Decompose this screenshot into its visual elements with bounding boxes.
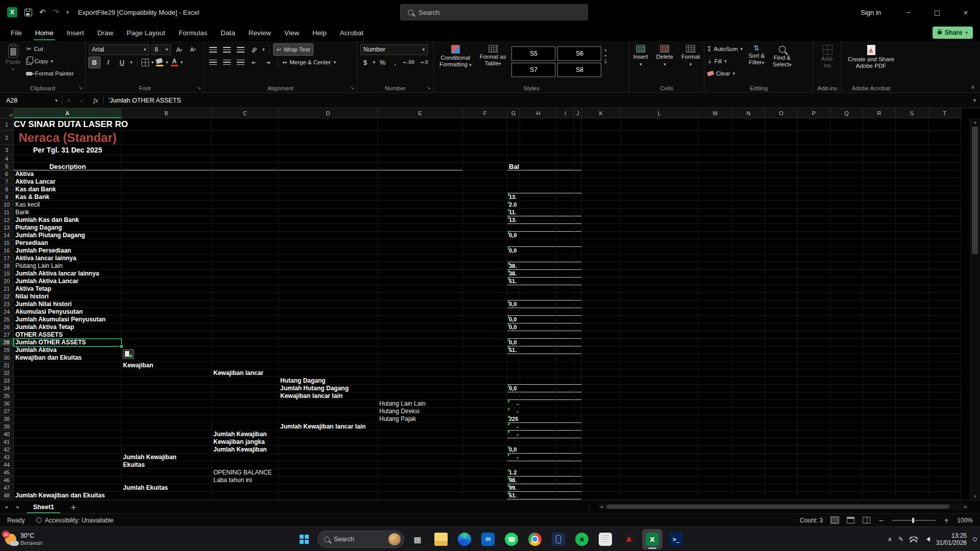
cancel-icon[interactable]: × <box>62 97 76 104</box>
align-right-icon[interactable] <box>235 57 246 68</box>
column-header-S[interactable]: S <box>896 108 928 118</box>
column-header-G[interactable]: G <box>507 108 520 118</box>
column-header-A[interactable]: A <box>14 108 121 118</box>
cell-A11[interactable]: Bank <box>14 209 29 216</box>
column-header-O[interactable]: O <box>765 108 798 118</box>
maximize-button[interactable]: □ <box>923 0 951 24</box>
cell-value-18[interactable]: 38. <box>509 262 517 270</box>
cell-value-14[interactable]: 0,0 <box>509 232 517 239</box>
cell-value-16[interactable]: 0,0 <box>509 247 517 255</box>
row-header-28[interactable]: 28 <box>0 339 14 346</box>
spotify-icon[interactable]: ≋ <box>572 529 592 549</box>
row-header-44[interactable]: 44 <box>0 461 14 469</box>
cell-A15[interactable]: Persediaan <box>14 239 48 247</box>
row-header-26[interactable]: 26 <box>0 323 14 331</box>
file-explorer-icon[interactable] <box>431 529 451 549</box>
format-cells-button[interactable]: Format▾ <box>679 43 702 69</box>
column-header-B[interactable]: B <box>121 108 212 118</box>
cell-A1[interactable]: CV SINAR DUTA LASER RO <box>14 118 121 131</box>
paste-button[interactable]: Paste ▾ <box>3 43 23 79</box>
cell-A13[interactable]: Piutang Dagang <box>14 224 62 232</box>
sign-in-button[interactable]: Sign in <box>861 9 881 16</box>
column-header-L[interactable]: L <box>621 108 698 118</box>
create-share-pdf-button[interactable]: Create and ShareAdobe PDF <box>845 43 897 71</box>
clear-button[interactable]: Clear▾ <box>707 68 743 79</box>
row-header-45[interactable]: 45 <box>0 469 14 477</box>
cell-A14[interactable]: Jumlah Piutang Dagang <box>14 232 85 239</box>
row-header-12[interactable]: 12 <box>0 216 14 224</box>
row-header-13[interactable]: 13 <box>0 224 14 232</box>
cell-A18[interactable]: Piutang Lain Lain <box>14 262 63 270</box>
font-color-button[interactable]: A <box>171 59 178 66</box>
cell-style-s6[interactable]: S6 <box>557 46 601 61</box>
row-header-40[interactable]: 40 <box>0 431 14 438</box>
align-center-icon[interactable] <box>221 57 232 68</box>
column-header-Q[interactable]: Q <box>830 108 863 118</box>
autosum-button[interactable]: ΣAutoSum▾ <box>707 43 743 55</box>
cell-A20[interactable]: Jumlah Aktiva Lancar <box>14 278 79 285</box>
row-header-16[interactable]: 16 <box>0 247 14 255</box>
row-header-34[interactable]: 34 <box>0 385 14 392</box>
row-header-43[interactable]: 43 <box>0 454 14 461</box>
row-header-24[interactable]: 24 <box>0 308 14 316</box>
column-header-K[interactable]: K <box>582 108 621 118</box>
row-header-9[interactable]: 9 <box>0 193 14 201</box>
column-header-P[interactable]: P <box>798 108 830 118</box>
row-header-48[interactable]: 48 <box>0 492 14 499</box>
scroll-down-icon[interactable]: ▾ <box>970 494 980 499</box>
cell-B44[interactable]: Ekuitas <box>121 461 145 469</box>
share-button[interactable]: Share ▾ <box>933 27 973 39</box>
cell-value-47[interactable]: 99. <box>509 484 517 492</box>
clock[interactable]: 13:25 31/01/2026 <box>936 532 967 546</box>
horizontal-scroll-thumb[interactable] <box>606 505 949 509</box>
row-header-4[interactable]: 4 <box>0 155 14 163</box>
cell-A30[interactable]: Kewajiban dan Ekuitas <box>14 354 82 362</box>
cell-style-s5[interactable]: S5 <box>511 46 555 61</box>
styles-gallery-up-button[interactable]: ▴ <box>604 47 606 52</box>
cell-value-19[interactable]: 38. <box>509 270 517 278</box>
cell-value-28[interactable]: 0,0 <box>509 339 517 346</box>
qat-customize-button[interactable]: ▾ <box>66 10 69 15</box>
formula-input[interactable]: 'Jumlah OTHER ASSETS <box>104 97 181 104</box>
cell-A16[interactable]: Jumlah Persediaan <box>14 247 71 255</box>
cell-value-37[interactable]: - <box>517 408 519 415</box>
row-header-31[interactable]: 31 <box>0 362 14 369</box>
ribbon-tab-draw[interactable]: Draw <box>91 24 120 41</box>
collapse-ribbon-button[interactable]: ∧ <box>971 84 975 90</box>
expand-formula-bar-icon[interactable]: ▾ <box>973 97 976 103</box>
row-header-20[interactable]: 20 <box>0 278 14 285</box>
ribbon-tab-help[interactable]: Help <box>306 24 333 41</box>
shrink-font-button[interactable]: A▾ <box>187 44 199 55</box>
ribbon-tab-formulas[interactable]: Formulas <box>172 24 214 41</box>
sheet-tab-sheet1[interactable]: Sheet1 <box>24 500 63 513</box>
row-header-19[interactable]: 19 <box>0 270 14 278</box>
column-header-D[interactable]: D <box>279 108 378 118</box>
wifi-icon[interactable] <box>910 537 918 542</box>
pen-icon[interactable]: ✎ <box>898 536 903 543</box>
ribbon-tab-file[interactable]: File <box>4 24 29 41</box>
cell-A24[interactable]: Akumulasi Penyusutan <box>14 308 83 316</box>
row-header-17[interactable]: 17 <box>0 255 14 262</box>
insert-cells-button[interactable]: Insert▾ <box>631 43 651 69</box>
ribbon-tab-insert[interactable]: Insert <box>60 24 91 41</box>
sheet-nav-right-icon[interactable]: ▸ <box>12 504 24 510</box>
ribbon-tab-page-layout[interactable]: Page Layout <box>120 24 172 41</box>
cell-C42[interactable]: Jumlah Kewajiban <box>212 446 267 454</box>
cell-A25[interactable]: Jumlah Akumulasi Penyusutan <box>14 316 106 323</box>
chrome-icon[interactable] <box>525 529 545 549</box>
name-box[interactable]: A28 <box>0 97 55 104</box>
cell-A23[interactable]: Jumlah Nilai histori <box>14 300 72 308</box>
whatsapp-icon[interactable]: ☎ <box>501 529 522 549</box>
row-header-41[interactable]: 41 <box>0 438 14 446</box>
font-family-combo[interactable]: Arial▾ <box>89 44 149 55</box>
alignment-dialog-launcher[interactable]: ↘ <box>350 85 354 90</box>
cell-A8[interactable]: Kas dan Bank <box>14 186 56 193</box>
cell-A2[interactable]: Neraca (Standar) <box>14 131 121 145</box>
row-header-14[interactable]: 14 <box>0 232 14 239</box>
cell-value-45[interactable]: 1.2 <box>509 469 517 477</box>
cell-A22[interactable]: Nilai histori <box>14 293 48 300</box>
acrobat-icon[interactable]: A <box>619 529 639 549</box>
cell-A29[interactable]: Jumlah Aktiva <box>14 346 57 354</box>
sort-filter-button[interactable]: ⇅ Sort &Filter▾ <box>746 43 767 79</box>
titlebar-search[interactable]: Search <box>400 4 588 20</box>
